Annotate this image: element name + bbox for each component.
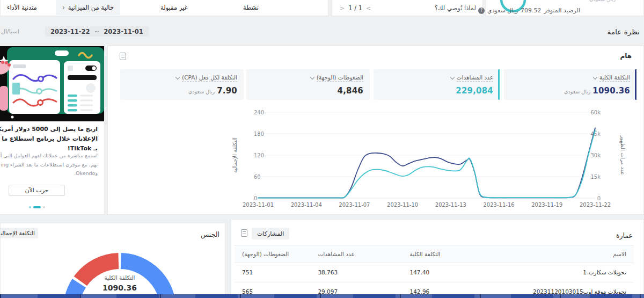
svg-text:2023-11-10: 2023-11-10 [387, 202, 418, 208]
date-range-picker[interactable]: 2023-11-22 ~ 2023-11-01 [45, 26, 149, 37]
svg-text:120: 120 [254, 152, 264, 158]
campaigns-table: الاسمالتكلفة الكليةعدد المشاهداتالضغوطات… [235, 245, 634, 298]
gender-title: الجنس [201, 230, 219, 238]
status-filter-bar: نشطة غير مقبولة خالية من الميزانية ‹ متد… [0, 0, 328, 16]
metric-card-cpa[interactable]: التكلفة لكل فعل (CPA) 7.90ريال سعودي [120, 69, 244, 100]
carousel-dots [11, 206, 62, 208]
svg-text:30k: 30k [590, 152, 601, 158]
window-edge-strip [0, 294, 644, 298]
filter-label: متدنية الأداء [7, 4, 37, 11]
svg-text:240: 240 [254, 110, 264, 115]
chevron-down-icon [593, 75, 597, 79]
engagement-title: عمارة [616, 231, 633, 239]
posts-button[interactable]: المشاركات [252, 228, 289, 239]
left-axis-label: التكلفة الإجمالية [232, 137, 238, 173]
filter-label: غير مقبولة [160, 4, 188, 11]
right-axis-label: عدد مرات الظهور [619, 135, 626, 175]
metric-unit: ريال سعودي [188, 89, 215, 95]
metric-value: 4,846 [338, 86, 363, 96]
svg-text:0: 0 [597, 195, 601, 201]
metric-card-video-views[interactable]: عدد المشاهدات 229,084 [374, 69, 500, 100]
balance-amount: 709.52 [521, 7, 541, 14]
promo-body: استمع مباشرة من عملائك لفهم العوامل التي… [0, 151, 98, 178]
cell-name: تحويلات سكارب-1 [498, 263, 634, 282]
promo-headline: اربح ما يصل إلى 5000 دولار أمريكي من أرص… [0, 125, 98, 154]
table-header-cell: الضغوطات (الوجهة) [235, 245, 310, 263]
selected-accent-bar [635, 69, 636, 100]
available-balance: الرصيد المتوفر 709.52 ريال سعودي ? [478, 7, 580, 14]
filter-out-of-budget[interactable]: خالية من الميزانية ‹ [56, 0, 120, 15]
svg-text:2023-11-01: 2023-11-01 [243, 202, 274, 208]
donut-center-label: التكلفة الكلية [104, 274, 135, 281]
metric-label: عدد المشاهدات [457, 74, 493, 82]
table-header-cell: التكلفة الكلية [402, 245, 499, 263]
export-report-icon[interactable] [241, 229, 247, 237]
filter-low-performance[interactable]: متدنية الأداء [7, 0, 37, 15]
filter-rejected[interactable]: غير مقبولة [160, 0, 188, 15]
metric-label: التكلفة لكل فعل (CPA) [182, 74, 237, 82]
metric-label: التكلفة الكلية [599, 74, 630, 82]
recommendation-card: > 1 / 1 < لماذا نُوصي لك؟ [332, 0, 483, 16]
svg-text:60: 60 [254, 174, 261, 180]
gender-panel: الجنس التكلفة الإجمالية التكلفة الكلية10… [0, 223, 225, 298]
balance-currency: ريال سعودي [487, 7, 518, 14]
metric-dropdown[interactable]: التكلفة الإجمالية [0, 228, 38, 238]
table-row[interactable]: تحويلات سكارب-1147.4038,763751 [235, 263, 634, 282]
why-recommend-link[interactable]: لماذا نُوصي لك؟ [435, 4, 476, 12]
cell-value: 751 [235, 263, 310, 282]
chevron-down-icon [175, 75, 180, 79]
carousel-dot[interactable] [43, 206, 45, 208]
export-report-icon[interactable] [120, 53, 126, 60]
svg-text:2023-11-22: 2023-11-22 [580, 202, 611, 208]
svg-text:2023-11-07: 2023-11-07 [339, 202, 370, 208]
cost-donut-chart: التكلفة الكلية1090.36ريال سعودي [65, 253, 188, 298]
filter-active[interactable]: نشطة [243, 0, 259, 15]
ads-manager-dashboard: نشطة غير مقبولة خالية من الميزانية ‹ متد… [0, 0, 644, 298]
chevron-down-icon [450, 75, 454, 79]
metric-label: الضغوطات (الوجهة) [317, 74, 363, 82]
series-line [258, 128, 595, 198]
carousel-dot-active[interactable] [33, 206, 41, 208]
svg-text:0: 0 [254, 195, 257, 201]
metric-card-destination-clicks[interactable]: الضغوطات (الوجهة) 4,846 [246, 69, 370, 100]
cell-value: 147.40 [402, 263, 499, 282]
clipped-text-fragment: ريال سعودي [589, 0, 616, 2]
cell-value: 38,763 [310, 263, 402, 282]
balance-label: الرصيد المتوفر [544, 7, 580, 14]
svg-text:2023-11-04: 2023-11-04 [291, 202, 322, 208]
svg-text:15k: 15k [590, 174, 601, 180]
pager-next-icon[interactable]: > [340, 5, 345, 12]
svg-text:2023-11-13: 2023-11-13 [435, 202, 466, 208]
metric-unit: ريال سعودي [564, 89, 590, 95]
selected-accent-bar [498, 69, 500, 100]
metric-value: 229,084 [456, 86, 493, 96]
pagination: > 1 / 1 < [340, 0, 371, 16]
clipped-period-toggle[interactable]: اسبا/ال [1, 28, 19, 35]
balance-card: ريال سعودي الرصيد المتوفر 709.52 ريال سع… [486, 0, 644, 16]
svg-text:45k: 45k [590, 131, 601, 137]
table-header-cell: الاسم [498, 245, 634, 263]
svg-text:2023-11-19: 2023-11-19 [531, 202, 562, 208]
chevron-left-icon: ‹ [62, 4, 65, 11]
metric-card-total-cost[interactable]: التكلفة الكلية 1090.36ريال سعودي [504, 69, 636, 100]
info-icon[interactable]: ? [478, 8, 485, 14]
start-date: 2023-11-01 [104, 28, 143, 35]
metric-value: 7.90 [217, 86, 237, 96]
overview-panel: هام التكلفة الكلية 1090.36ريال سعودي عدد… [107, 46, 644, 215]
carousel-dot[interactable] [29, 206, 31, 208]
chevron-down-icon [310, 75, 314, 79]
pager-prev-icon[interactable]: < [366, 5, 371, 12]
promo-illustration [0, 46, 104, 121]
trend-line-chart: 006015k12030k18045k24060k2023-11-012023-… [231, 105, 628, 213]
engagement-panel: عمارة المشاركات الاسمالتكلفة الكليةعدد ا… [231, 219, 644, 298]
filter-label: خالية من الميزانية [68, 4, 114, 11]
table-header-row: الاسمالتكلفة الكليةعدد المشاهداتالضغوطات… [235, 245, 634, 263]
importance-tag: هام [620, 52, 632, 60]
page-title: نظرة عامة [608, 27, 640, 36]
svg-text:60k: 60k [590, 110, 601, 115]
metric-value: 1090.36 [592, 86, 630, 96]
donut-center-value: 1090.36 [103, 284, 137, 292]
series-line [258, 130, 595, 198]
date-separator: ~ [94, 28, 100, 35]
try-now-button[interactable]: جرب الآن [9, 185, 65, 196]
